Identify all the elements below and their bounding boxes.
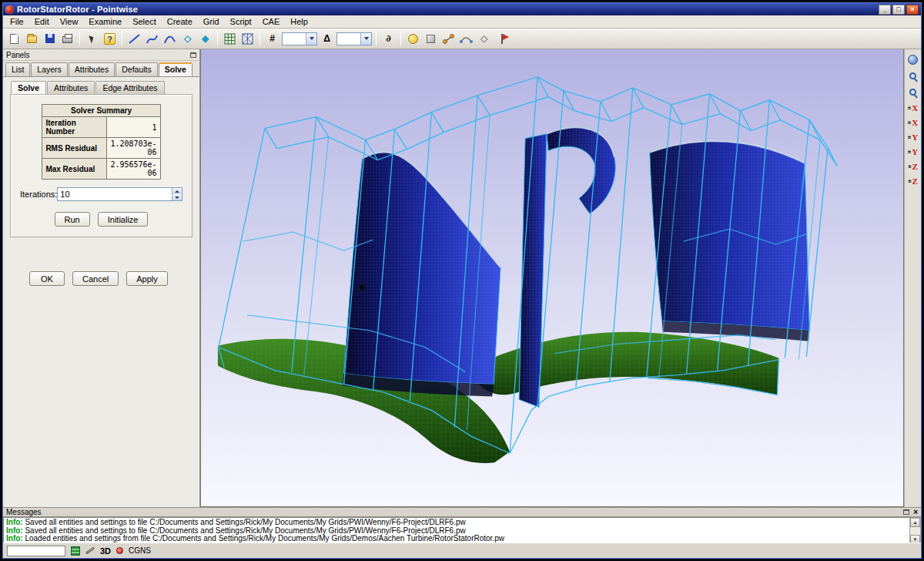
menu-edit[interactable]: Edit: [29, 16, 55, 27]
menu-create[interactable]: Create: [162, 16, 198, 27]
arc-icon: [163, 32, 176, 45]
view-minus-y-button[interactable]: ± Y: [906, 145, 920, 158]
view-plus-y-button[interactable]: ± Y: [906, 130, 920, 143]
minimize-button[interactable]: _: [879, 5, 891, 15]
new-file-button[interactable]: [6, 31, 22, 47]
subtab-edge-attributes[interactable]: Edge Attributes: [95, 81, 164, 94]
segment-icon: [128, 32, 141, 45]
structured-grid-button[interactable]: [222, 31, 238, 47]
block-tool-button[interactable]: [423, 31, 439, 47]
menu-view[interactable]: View: [55, 16, 84, 27]
save-file-button[interactable]: [42, 31, 58, 47]
messages-scrollbar[interactable]: ▲ ▼: [909, 517, 921, 545]
curve-tool-button[interactable]: [144, 31, 160, 47]
view-minus-x-button[interactable]: ± X: [906, 116, 920, 129]
distribution-button[interactable]: ∂: [380, 31, 397, 47]
cancel-button[interactable]: Cancel: [72, 271, 119, 286]
menu-script[interactable]: Script: [225, 16, 257, 27]
rotate-view-button[interactable]: [906, 52, 920, 67]
messages-caption-bar[interactable]: Messages ×: [3, 508, 921, 516]
view-minus-z-button[interactable]: ± Z: [906, 174, 920, 187]
float-panel-icon[interactable]: [190, 52, 196, 58]
axis-x-label: X: [912, 103, 918, 113]
iterations-label: Iterations:: [20, 190, 57, 199]
zoom-out-button[interactable]: [906, 85, 920, 99]
view-plus-x-button[interactable]: ± X: [906, 101, 920, 114]
probe-tool-icon[interactable]: [85, 547, 95, 554]
close-messages-icon[interactable]: ×: [913, 509, 918, 516]
dimension-combobox[interactable]: [282, 32, 317, 45]
combo-dropdown-arrow-icon[interactable]: [306, 33, 316, 45]
open-file-button[interactable]: [24, 31, 40, 47]
dimension-hash-icon: #: [270, 33, 275, 44]
viewport-3d[interactable]: [200, 49, 904, 507]
surface-tool-button[interactable]: ◆: [197, 31, 213, 47]
view-plus-z-button[interactable]: ± Z: [906, 160, 920, 173]
title-bar[interactable]: RotorStatorRotor - Pointwise _ □ ×: [3, 3, 921, 15]
rms-residual-value: 1.208703e-06: [107, 138, 160, 159]
join-tool-button[interactable]: [458, 31, 474, 47]
maximize-button[interactable]: □: [892, 5, 905, 15]
tab-solve[interactable]: Solve: [159, 62, 192, 76]
panel-tabs: List Layers Attributes Defaults Solve: [5, 62, 193, 76]
print-button[interactable]: [59, 31, 75, 47]
spin-up-icon[interactable]: [172, 188, 182, 194]
iteration-number-value: 1: [107, 117, 160, 138]
toolbar-separator: [376, 32, 377, 45]
unstructured-grid-button[interactable]: [239, 31, 256, 47]
rotate-sphere-icon: [908, 55, 918, 65]
app-window: RotorStatorRotor - Pointwise _ □ × File …: [2, 2, 922, 559]
table-row: Iteration Number 1: [42, 117, 160, 138]
spacing-combobox[interactable]: [336, 32, 372, 45]
iterations-stepper[interactable]: [57, 187, 182, 201]
combo-dropdown-arrow-icon[interactable]: [360, 33, 371, 45]
menu-cae[interactable]: CAE: [257, 16, 286, 27]
record-status-icon[interactable]: [116, 547, 123, 554]
window-title: RotorStatorRotor - Pointwise: [17, 5, 879, 14]
menu-help[interactable]: Help: [285, 16, 313, 27]
apply-button[interactable]: Apply: [126, 271, 168, 286]
menu-examine[interactable]: Examine: [83, 16, 127, 27]
spin-down-icon[interactable]: [172, 194, 182, 200]
menu-file[interactable]: File: [5, 16, 29, 27]
run-button[interactable]: Run: [55, 212, 90, 227]
orient-button[interactable]: [405, 31, 421, 47]
selection-point-marker[interactable]: [360, 284, 365, 290]
close-button[interactable]: ×: [906, 5, 919, 15]
scroll-up-icon[interactable]: ▲: [910, 518, 920, 527]
message-log[interactable]: Info: Saved all entities and settings to…: [3, 517, 909, 545]
select-pointer-button[interactable]: [84, 31, 100, 47]
assemble-tool-button[interactable]: [440, 31, 457, 47]
panels-caption-bar[interactable]: Panels: [3, 49, 199, 61]
ok-button[interactable]: OK: [29, 271, 65, 286]
initialize-button[interactable]: Initialize: [98, 212, 149, 227]
grid-status-icon[interactable]: [71, 546, 80, 556]
dimension-label-button[interactable]: #: [264, 31, 280, 47]
tab-list[interactable]: List: [5, 62, 30, 76]
status-command-input[interactable]: [7, 546, 65, 556]
menu-grid[interactable]: Grid: [198, 16, 225, 27]
domain-tool-button[interactable]: ◇: [476, 31, 492, 47]
conic-tool-button[interactable]: ◇: [179, 31, 196, 47]
subtab-attributes[interactable]: Attributes: [47, 81, 95, 94]
arc-tool-button[interactable]: [162, 31, 178, 47]
segment-tool-button[interactable]: [126, 31, 142, 47]
plusminus-icon: ±: [908, 177, 911, 184]
float-messages-icon[interactable]: [903, 509, 909, 515]
structured-grid-icon: [223, 32, 236, 45]
annotate-button[interactable]: [494, 31, 510, 47]
tab-layers[interactable]: Layers: [31, 62, 68, 76]
zoom-in-button[interactable]: [906, 69, 920, 83]
axis-y-label: Y: [912, 147, 918, 156]
subtab-solve[interactable]: Solve: [11, 81, 46, 94]
tab-attributes[interactable]: Attributes: [69, 62, 115, 76]
help-icon: ?: [104, 33, 116, 45]
iterations-input[interactable]: [58, 188, 172, 200]
cursor-icon: [89, 34, 95, 43]
log-line: Info: Loaded entities and settings from …: [6, 535, 907, 543]
menu-select[interactable]: Select: [127, 16, 162, 27]
help-button[interactable]: ?: [102, 31, 118, 47]
status-bar: 3D CGNS: [3, 543, 921, 558]
spacing-label-button[interactable]: Δ: [319, 31, 335, 47]
tab-defaults[interactable]: Defaults: [116, 62, 158, 76]
